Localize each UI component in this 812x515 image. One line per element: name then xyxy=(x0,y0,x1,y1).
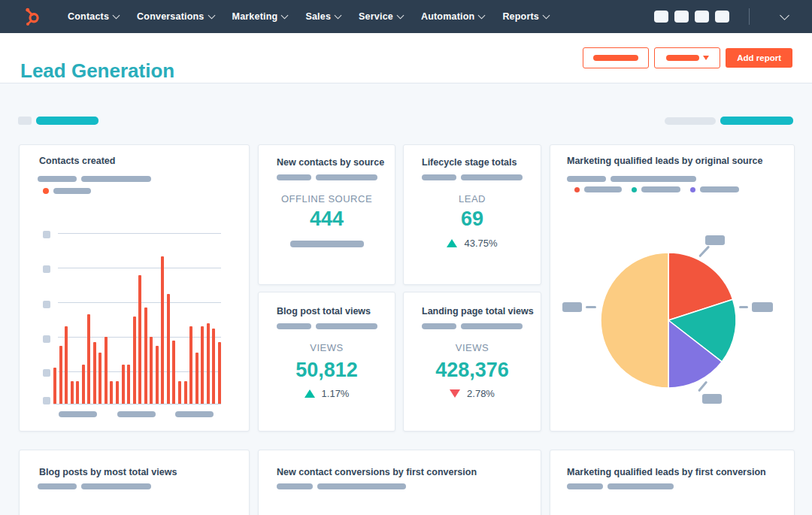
top-navbar: Contacts Conversations Marketing Sales S… xyxy=(0,0,812,33)
add-report-button[interactable]: Add report xyxy=(726,48,792,68)
y-axis-tick-placeholder xyxy=(43,335,50,343)
card-contacts-created: Contacts created xyxy=(19,144,250,432)
nav-item-label: Contacts xyxy=(68,11,109,22)
nav-tool-icon-placeholder[interactable] xyxy=(674,11,689,23)
nav-item-label: Reports xyxy=(502,11,539,22)
card-title: New contact conversions by first convers… xyxy=(277,467,477,477)
pie-label-placeholder xyxy=(562,302,582,312)
skeleton-bar xyxy=(316,323,377,329)
skeleton-bar xyxy=(53,188,91,194)
metric-value: 50,812 xyxy=(259,360,395,380)
bar xyxy=(212,329,215,404)
bar xyxy=(127,365,130,404)
nav-tool-icon-placeholder[interactable] xyxy=(715,11,729,23)
nav-item-contacts[interactable]: Contacts xyxy=(59,0,128,33)
page-title: Lead Generation xyxy=(20,59,174,83)
delta-up-icon xyxy=(447,239,457,247)
metric-label: LEAD xyxy=(404,193,541,204)
skeleton-bar xyxy=(422,174,456,180)
skeleton-bar xyxy=(461,323,523,329)
nav-item-sales[interactable]: Sales xyxy=(296,0,350,33)
bar xyxy=(207,323,210,404)
card-mql-by-first-conversion: Marketing qualified leads by first conve… xyxy=(550,450,795,515)
legend-dot xyxy=(690,187,695,192)
header-actions: Add report xyxy=(583,47,792,68)
bar xyxy=(144,307,147,404)
chevron-down-icon xyxy=(208,12,215,20)
nav-item-label: Service xyxy=(359,11,393,22)
nav-item-conversations[interactable]: Conversations xyxy=(128,0,223,33)
metric-value: 444 xyxy=(259,209,395,229)
bar xyxy=(110,381,113,404)
skeleton-bar xyxy=(611,176,696,182)
bar xyxy=(98,353,102,404)
contacts-created-bars xyxy=(53,232,221,404)
dashboard-toolbar-teal-pill[interactable] xyxy=(720,117,793,125)
legend-dot xyxy=(574,187,580,192)
hubspot-logo-icon[interactable] xyxy=(21,5,42,28)
delta-text: 43.75% xyxy=(464,238,497,249)
chevron-down-icon xyxy=(113,12,120,20)
card-title: Blog post total views xyxy=(277,306,371,317)
lead-generation-dashboard: Contacts Conversations Marketing Sales S… xyxy=(0,0,812,515)
bar xyxy=(184,381,187,404)
pie-label-placeholder xyxy=(752,302,773,312)
bar xyxy=(71,381,74,404)
nav-item-service[interactable]: Service xyxy=(350,0,412,33)
y-axis-tick-placeholder xyxy=(43,369,50,377)
nav-item-reports[interactable]: Reports xyxy=(493,0,558,33)
pie-slice-left xyxy=(601,253,668,388)
metric-value: 428,376 xyxy=(404,360,541,380)
skeleton-bar xyxy=(607,483,674,489)
bar xyxy=(133,317,136,404)
bar xyxy=(59,346,62,404)
navbar-divider xyxy=(749,8,750,25)
delta-down-icon xyxy=(450,389,460,398)
card-mql-by-original-source: Marketing qualified leads by original so… xyxy=(550,144,795,432)
chevron-down-icon xyxy=(281,12,289,20)
skeleton-bar xyxy=(277,323,311,329)
skeleton-bar xyxy=(567,483,603,489)
metric-value: 69 xyxy=(404,209,541,229)
dashboard-toolbar-teal-pill[interactable] xyxy=(36,117,98,125)
contacts-created-bar-chart xyxy=(53,233,221,404)
card-title: Landing page total views xyxy=(422,306,534,317)
bar xyxy=(65,326,68,404)
filter-skeleton xyxy=(666,55,699,61)
skeleton-bar xyxy=(277,483,313,489)
dashboard-toolbar-icon-placeholder[interactable] xyxy=(18,117,32,125)
nav-item-marketing[interactable]: Marketing xyxy=(223,0,297,33)
nav-tool-icon-placeholder[interactable] xyxy=(654,11,668,23)
bar xyxy=(82,365,85,404)
bar xyxy=(195,353,198,404)
skeleton-bar xyxy=(641,186,680,192)
bar xyxy=(76,381,79,404)
card-title: New contacts by source xyxy=(277,157,384,168)
bar xyxy=(116,381,119,404)
filter-dropdown-button[interactable] xyxy=(654,47,720,68)
metric-label: OFFLINE SOURCE xyxy=(259,193,395,204)
card-title: Lifecycle stage totals xyxy=(422,157,517,168)
card-title: Contacts created xyxy=(39,156,115,166)
skeleton-bar xyxy=(567,176,606,182)
bar xyxy=(105,337,108,404)
nav-item-label: Conversations xyxy=(137,11,204,22)
pie-label-placeholder xyxy=(705,235,725,245)
filter-button-1[interactable] xyxy=(583,47,649,68)
account-chevron-down-icon[interactable] xyxy=(780,11,789,20)
card-lifecycle-stage-totals: Lifecycle stage totals LEAD 69 43.75% xyxy=(403,144,541,285)
delta-up-icon xyxy=(304,389,315,398)
bar xyxy=(167,294,170,404)
y-axis-tick-placeholder xyxy=(43,231,50,238)
caret-down-icon xyxy=(703,56,709,60)
bar xyxy=(178,381,181,404)
legend-dot xyxy=(43,188,49,194)
pie-label-placeholder xyxy=(702,394,722,404)
dashboard-toolbar-gray-pill[interactable] xyxy=(665,117,716,125)
bar xyxy=(201,326,204,404)
nav-tool-icon-placeholder[interactable] xyxy=(695,11,709,23)
nav-item-automation[interactable]: Automation xyxy=(412,0,493,33)
nav-item-label: Marketing xyxy=(232,11,278,22)
chevron-down-icon xyxy=(478,12,486,20)
bar xyxy=(156,346,159,404)
